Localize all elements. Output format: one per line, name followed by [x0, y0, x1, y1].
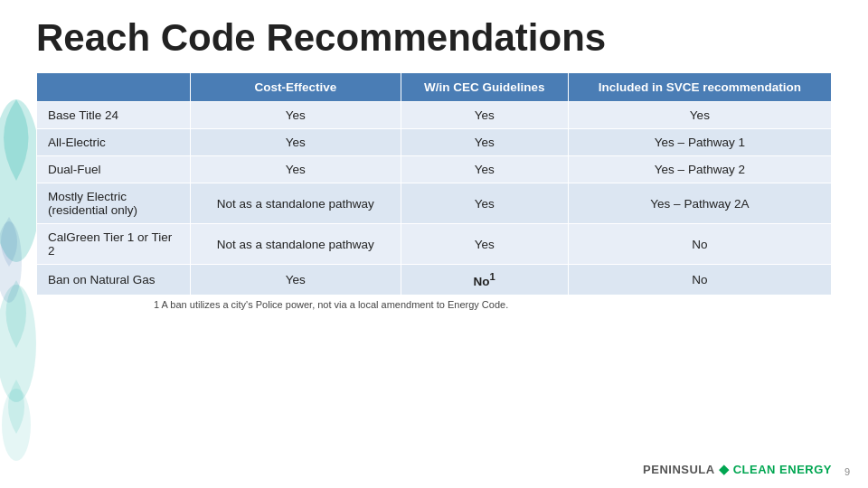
recommendations-table: Cost-Effective W/in CEC Guidelines Inclu… — [36, 72, 832, 296]
row-label: CalGreen Tier 1 or Tier 2 — [37, 224, 191, 265]
logo-area: PENINSULA ◆ CLEAN ENERGY — [643, 461, 832, 477]
row-win-cec: Yes — [401, 224, 568, 265]
col-header-svce: Included in SVCE recommendation — [568, 73, 831, 102]
row-label: Mostly Electric (residential only) — [37, 183, 191, 224]
row-cost-effective: Yes — [191, 156, 401, 183]
row-cost-effective: Not as a standalone pathway — [191, 224, 401, 265]
row-label: All-Electric — [37, 129, 191, 156]
logo-peninsula: PENINSULA — [643, 463, 715, 476]
table-row: All-ElectricYesYesYes – Pathway 1 — [37, 129, 832, 156]
row-svce: No — [568, 265, 831, 296]
row-win-cec: Yes — [401, 102, 568, 129]
logo-leaf-icon: ◆ — [719, 461, 730, 477]
col-header-cost-effective: Cost-Effective — [191, 73, 401, 102]
table-row: Mostly Electric (residential only)Not as… — [37, 183, 832, 224]
row-win-cec: No1 — [401, 265, 568, 296]
row-label: Dual-Fuel — [37, 156, 191, 183]
row-label: Ban on Natural Gas — [37, 265, 191, 296]
table-row: Dual-FuelYesYesYes – Pathway 2 — [37, 156, 832, 183]
row-svce: Yes — [568, 102, 831, 129]
row-win-cec: Yes — [401, 129, 568, 156]
table-row: Ban on Natural GasYesNo1No — [37, 265, 832, 296]
row-svce: Yes – Pathway 2 — [568, 156, 831, 183]
table-header-row: Cost-Effective W/in CEC Guidelines Inclu… — [37, 73, 832, 102]
row-cost-effective: Not as a standalone pathway — [191, 183, 401, 224]
table-row: CalGreen Tier 1 or Tier 2Not as a standa… — [37, 224, 832, 265]
data-table-wrap: Cost-Effective W/in CEC Guidelines Inclu… — [36, 72, 832, 310]
logo-clean-energy: CLEAN ENERGY — [733, 463, 832, 476]
row-cost-effective: Yes — [191, 102, 401, 129]
footnote-text: 1 A ban utilizes a city's Police power, … — [36, 299, 832, 310]
row-win-cec: Yes — [401, 183, 568, 224]
page: Reach Code Recommendations Cost-Effectiv… — [0, 0, 868, 488]
col-header-label — [37, 73, 191, 102]
row-label: Base Title 24 — [37, 102, 191, 129]
col-header-win-cec: W/in CEC Guidelines — [401, 73, 568, 102]
page-number: 9 — [844, 466, 850, 477]
row-cost-effective: Yes — [191, 265, 401, 296]
row-win-cec: Yes — [401, 156, 568, 183]
row-svce: Yes – Pathway 2A — [568, 183, 831, 224]
row-svce: Yes – Pathway 1 — [568, 129, 831, 156]
row-cost-effective: Yes — [191, 129, 401, 156]
table-row: Base Title 24YesYesYes — [37, 102, 832, 129]
page-title: Reach Code Recommendations — [36, 16, 832, 60]
row-svce: No — [568, 224, 831, 265]
